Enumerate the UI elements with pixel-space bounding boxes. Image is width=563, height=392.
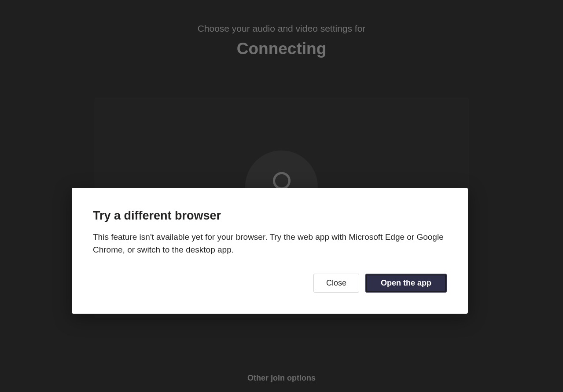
settings-prompt: Choose your audio and video settings for	[198, 23, 366, 34]
meeting-title: Connecting	[237, 40, 326, 58]
close-button[interactable]: Close	[313, 274, 359, 293]
open-app-button[interactable]: Open the app	[365, 274, 447, 293]
dialog-body-text: This feature isn't available yet for you…	[93, 231, 447, 256]
avatar-ring-icon	[273, 172, 291, 190]
dialog-button-row: Close Open the app	[93, 274, 447, 293]
other-join-options-link[interactable]: Other join options	[247, 374, 316, 383]
browser-warning-dialog: Try a different browser This feature isn…	[72, 188, 468, 314]
dialog-title: Try a different browser	[93, 209, 447, 223]
